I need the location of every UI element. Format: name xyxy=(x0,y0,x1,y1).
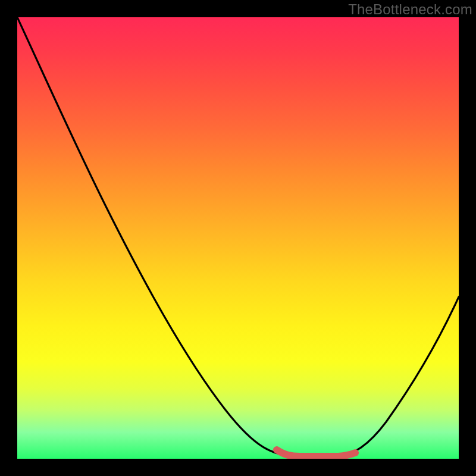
curve-path xyxy=(17,17,459,456)
plot-area xyxy=(17,17,459,459)
bottleneck-curve xyxy=(17,17,459,459)
sweet-spot-path xyxy=(277,450,355,456)
watermark-text: TheBottleneck.com xyxy=(348,1,472,18)
chart-container: TheBottleneck.com xyxy=(0,0,476,476)
